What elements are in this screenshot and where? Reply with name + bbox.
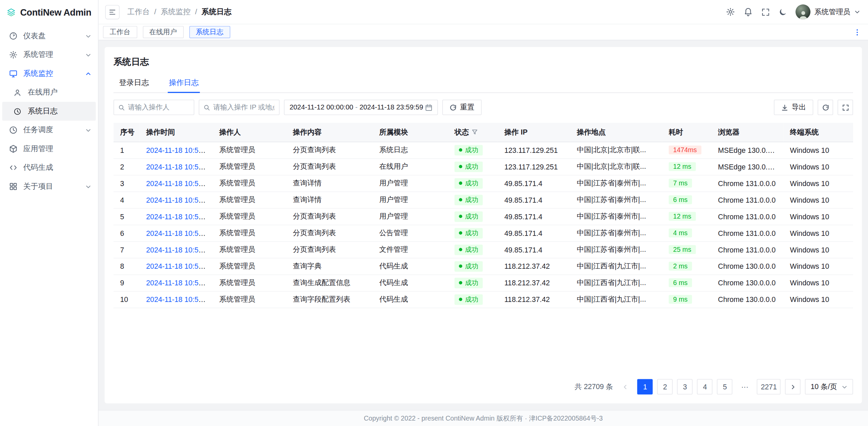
menu-collapse-button[interactable] — [105, 5, 119, 19]
cell-ip: 49.85.171.4 — [498, 225, 570, 241]
copyright-text: Copyright © 2022 - present ContiNew Admi… — [364, 413, 603, 423]
expand-table-button[interactable] — [837, 100, 853, 115]
cell-status: 成功 — [448, 208, 498, 225]
export-button[interactable]: 导出 — [774, 100, 813, 115]
sidebar-item-about-project[interactable]: 关于项目 — [2, 177, 96, 196]
tab-operation-log[interactable]: 操作日志 — [168, 74, 200, 93]
col-header-browser: 浏览器 — [711, 123, 783, 142]
cell-content: 分页查询列表 — [286, 225, 373, 241]
cell-location: 中国|北京|北京市|联... — [570, 158, 662, 175]
page-button[interactable]: 2271 — [757, 379, 781, 394]
sidebar-item-task-schedule[interactable]: 任务调度 — [2, 121, 96, 140]
sidebar-item-code-generation[interactable]: 代码生成 — [2, 158, 96, 177]
page-number-list: 1 2 3 4 5 ··· 2271 — [637, 379, 781, 394]
calendar-icon — [425, 104, 432, 111]
cell-status: 成功 — [448, 258, 498, 275]
breadcrumb-item[interactable]: 系统监控 — [161, 7, 191, 17]
settings-icon[interactable] — [726, 7, 735, 17]
cell-duration: 6 ms — [662, 191, 711, 208]
cell-ip: 49.85.171.4 — [498, 191, 570, 208]
operation-time-link[interactable]: 2024-11-18 10:51:52 — [146, 245, 213, 253]
operation-time-link[interactable]: 2024-11-18 10:51:50 — [146, 262, 213, 270]
prev-page-button[interactable] — [617, 379, 633, 394]
page-button[interactable]: 1 — [637, 379, 653, 394]
tab-workbench[interactable]: 工作台 — [103, 26, 137, 38]
download-icon — [781, 104, 788, 111]
cell-duration: 1474ms — [662, 142, 711, 158]
cell-time: 2024-11-18 10:52:05 — [139, 191, 213, 208]
status-badge: 成功 — [454, 228, 482, 238]
cell-os: Windows 10 — [783, 175, 853, 191]
dark-mode-moon-icon[interactable] — [778, 7, 787, 16]
sidebar-item-label: 仪表盘 — [23, 31, 46, 41]
cell-browser: Chrome 131.0.0.0 — [711, 208, 783, 225]
cell-operator: 系统管理员 — [213, 225, 286, 241]
operation-time-link[interactable]: 2024-11-18 10:51:53 — [146, 229, 213, 237]
status-badge: 成功 — [454, 178, 482, 188]
ip-location-search-input[interactable] — [199, 100, 279, 115]
reset-button[interactable]: 重置 — [442, 100, 482, 115]
next-page-button[interactable] — [785, 379, 801, 394]
chevron-down-icon — [85, 52, 91, 58]
status-label: 成功 — [465, 195, 478, 205]
tab-label: 工作台 — [110, 27, 130, 37]
operation-time-link[interactable]: 2024-11-18 10:51:55 — [146, 212, 213, 220]
cell-location: 中国|江苏省|泰州市|... — [570, 191, 662, 208]
refresh-icon — [450, 104, 457, 111]
cell-operator: 系统管理员 — [213, 258, 286, 275]
notification-bell-icon[interactable] — [744, 7, 753, 17]
operation-time-link[interactable]: 2024-11-18 10:51:49 — [146, 279, 213, 287]
cell-time: 2024-11-18 10:51:49 — [139, 275, 213, 291]
page-button[interactable]: ··· — [737, 379, 753, 394]
more-vertical-icon[interactable] — [853, 28, 861, 36]
operation-time-link[interactable]: 2024-11-18 10:52:05 — [146, 196, 213, 204]
status-dot-icon — [459, 182, 462, 185]
page-button[interactable]: 4 — [697, 379, 713, 394]
pagination-total: 共 22709 条 — [575, 382, 613, 392]
page-button[interactable]: 2 — [657, 379, 673, 394]
page-size-select[interactable]: 10 条/页 — [805, 379, 853, 394]
cell-operator: 系统管理员 — [213, 142, 286, 158]
sidebar-item-dashboard[interactable]: 仪表盘 — [2, 26, 96, 45]
cell-browser: Chrome 131.0.0.0 — [711, 191, 783, 208]
app-logo[interactable]: ContiNew Admin — [0, 0, 98, 24]
cell-time: 2024-11-18 10:51:53 — [139, 225, 213, 241]
operation-time-link[interactable]: 2024-11-18 10:52:12 — [146, 179, 213, 187]
table-actions: 导出 — [774, 100, 853, 115]
filter-icon[interactable] — [472, 129, 478, 135]
status-dot-icon — [459, 231, 462, 235]
refresh-button[interactable] — [817, 100, 833, 115]
table-row: 9 2024-11-18 10:51:49 系统管理员 查询生成配置信息 代码生… — [114, 275, 853, 291]
sidebar-item-app-management[interactable]: 应用管理 — [2, 139, 96, 158]
cell-browser: Chrome 130.0.0.0 — [711, 258, 783, 275]
chevron-left-icon — [622, 384, 628, 390]
cell-module: 代码生成 — [373, 291, 448, 308]
status-label: 成功 — [465, 295, 478, 304]
breadcrumb-item[interactable]: 工作台 — [127, 7, 150, 17]
nav-tabs-bar: 工作台 在线用户 系统日志 — [99, 24, 868, 40]
page-button[interactable]: 5 — [717, 379, 733, 394]
operation-time-link[interactable]: 2024-11-18 10:52:55 — [146, 146, 213, 154]
sidebar-item-online-users[interactable]: 在线用户 — [2, 83, 96, 102]
sidebar-item-label: 应用管理 — [23, 144, 53, 154]
operator-search-input[interactable] — [114, 100, 194, 115]
sidebar-item-system-log[interactable]: 系统日志 — [2, 102, 96, 121]
cell-operator: 系统管理员 — [213, 291, 286, 308]
fullscreen-icon[interactable] — [761, 7, 770, 16]
tab-login-log[interactable]: 登录日志 — [118, 74, 150, 93]
sidebar-item-system-monitor[interactable]: 系统监控 — [2, 64, 96, 83]
status-badge: 成功 — [454, 278, 482, 288]
duration-badge: 25 ms — [669, 245, 695, 254]
sidebar-item-system-management[interactable]: 系统管理 — [2, 45, 96, 64]
cell-ip: 123.117.129.251 — [498, 142, 570, 158]
user-menu[interactable]: 系统管理员 — [795, 4, 860, 19]
duration-badge: 6 ms — [669, 278, 692, 287]
page-button[interactable]: 3 — [677, 379, 693, 394]
tab-online-users[interactable]: 在线用户 — [142, 26, 183, 38]
date-range-picker[interactable]: 2024-11-12 00:00:00 - 2024-11-18 23:59:5… — [284, 100, 438, 115]
col-header-content: 操作内容 — [286, 123, 373, 142]
operation-time-link[interactable]: 2024-11-18 10:51:49 — [146, 295, 213, 303]
tab-system-log[interactable]: 系统日志 — [189, 26, 230, 38]
operation-time-link[interactable]: 2024-11-18 10:52:47 — [146, 162, 213, 170]
cell-os: Windows 10 — [783, 241, 853, 258]
